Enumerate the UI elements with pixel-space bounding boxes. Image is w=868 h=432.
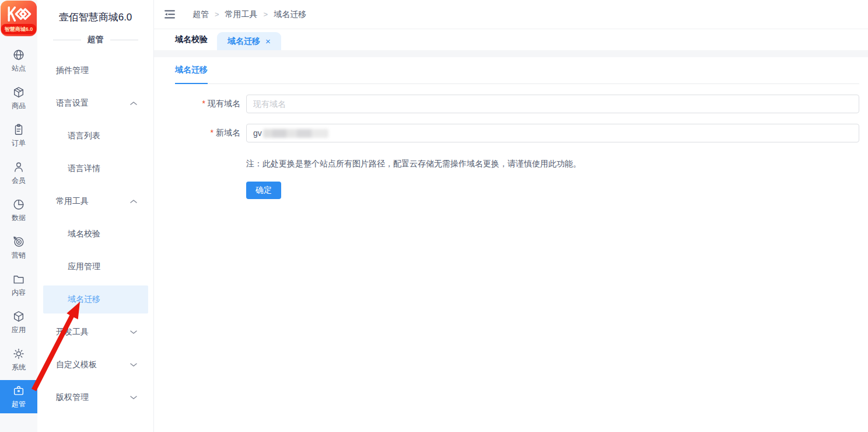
sidebar-item-common-tools[interactable]: 常用工具: [37, 185, 153, 218]
menu-fold-icon: [164, 10, 175, 19]
sidebar-item-label: 应用管理: [68, 262, 100, 272]
chevron-down-icon: [130, 396, 137, 400]
rail-item-superadmin[interactable]: 超管: [0, 380, 37, 413]
sidebar-item-label: 开发工具: [56, 327, 89, 337]
breadcrumb-separator: >: [215, 10, 219, 19]
sidebar-item-label: 版权管理: [56, 392, 89, 403]
sidebar: 壹佰智慧商城6.0 超管 插件管理 语言设置 语言列表 语言详情: [37, 0, 154, 432]
rail-item-goods[interactable]: 商品: [0, 79, 37, 117]
sidebar-item-label: 域名校验: [68, 229, 100, 239]
rail-item-apps[interactable]: 应用: [0, 304, 37, 341]
globe-icon: [12, 48, 25, 61]
tab-domain-verify[interactable]: 域名校验: [175, 29, 208, 50]
package-icon: [12, 86, 25, 99]
rail-item-label: 营销: [12, 250, 26, 260]
sidebar-item-copyright-management[interactable]: 版权管理: [37, 381, 153, 414]
sidebar-item-app-management[interactable]: 应用管理: [37, 250, 153, 283]
sidebar-menu: 插件管理 语言设置 语言列表 语言详情 常用工具 域名校验: [37, 54, 153, 414]
rail-nav: 站点 商品 订单 会员: [0, 42, 37, 413]
rail-item-marketing[interactable]: 营销: [0, 229, 37, 266]
sidebar-item-language-settings[interactable]: 语言设置: [37, 87, 153, 120]
rail-item-site[interactable]: 站点: [0, 42, 37, 79]
content-panel: 域名迁移 *现有域名 *新域名 gv 注：此处更换是整个站点所有图片路径，配置云…: [154, 57, 868, 199]
breadcrumb-separator: >: [264, 10, 268, 19]
tab-label: 域名迁移: [228, 36, 260, 47]
required-mark: *: [202, 99, 205, 108]
target-icon: [12, 235, 25, 248]
divider: [53, 40, 81, 40]
breadcrumb: 超管 > 常用工具 > 域名迁移: [192, 9, 306, 20]
rail-item-label: 系统: [12, 363, 26, 372]
main-header: 超管 > 常用工具 > 域名迁移: [154, 0, 868, 29]
redacted-value-blur: [263, 129, 328, 138]
sidebar-item-label: 语言列表: [68, 131, 100, 141]
rail-item-label: 会员: [12, 176, 26, 186]
clipboard-icon: [12, 123, 25, 136]
sidebar-item-label: 语言详情: [68, 163, 100, 174]
rail-item-content[interactable]: 内容: [0, 266, 37, 304]
rail-item-data[interactable]: 数据: [0, 191, 37, 229]
cube-icon: [12, 310, 25, 323]
app-title: 壹佰智慧商城6.0: [37, 11, 153, 24]
rail-item-label: 内容: [12, 288, 26, 298]
gear-icon: [12, 347, 25, 360]
rail-item-orders[interactable]: 订单: [0, 117, 37, 154]
sidebar-collapse-button[interactable]: [164, 10, 176, 19]
sidebar-item-label: 自定义模板: [56, 360, 97, 370]
divider-band: [154, 50, 868, 57]
close-icon[interactable]: ×: [265, 37, 271, 46]
panel-tab-domain-migration[interactable]: 域名迁移: [175, 57, 208, 83]
new-domain-value-prefix: gv: [253, 128, 262, 138]
rail-item-members[interactable]: 会员: [0, 154, 37, 191]
rail-item-label: 站点: [12, 64, 26, 74]
form-row-new-domain: *新域名 gv: [175, 124, 859, 142]
tab-domain-migration[interactable]: 域名迁移 ×: [217, 32, 281, 50]
new-domain-label: *新域名: [175, 128, 240, 138]
sidebar-item-domain-verify[interactable]: 域名校验: [37, 218, 153, 250]
rail-item-label: 应用: [12, 325, 26, 335]
sidebar-item-language-list[interactable]: 语言列表: [37, 120, 153, 152]
sidebar-item-domain-migration[interactable]: 域名迁移: [43, 285, 148, 313]
app-logo[interactable]: 智慧商城6.0: [1, 1, 37, 36]
sidebar-section-header: 超管: [37, 34, 153, 46]
sidebar-section-label: 超管: [88, 34, 104, 45]
pie-chart-icon: [12, 198, 25, 211]
rail-item-label: 订单: [12, 138, 26, 148]
sidebar-item-custom-template[interactable]: 自定义模板: [37, 349, 153, 381]
icon-rail: 智慧商城6.0 站点 商品 订单: [0, 0, 37, 432]
new-domain-input[interactable]: gv: [246, 124, 859, 142]
rail-item-label: 超管: [12, 399, 26, 409]
chevron-down-icon: [130, 330, 137, 335]
breadcrumb-item[interactable]: 域名迁移: [274, 9, 306, 20]
sidebar-item-label: 插件管理: [56, 65, 89, 76]
breadcrumb-item[interactable]: 常用工具: [225, 9, 258, 20]
logo-mark-icon: [1, 4, 37, 24]
form-note: 注：此处更换是整个站点所有图片路径，配置云存储无需操作域名更换，请谨慎使用此功能…: [246, 159, 859, 169]
sidebar-item-label: 常用工具: [56, 196, 89, 207]
sidebar-item-dev-tools[interactable]: 开发工具: [37, 316, 153, 349]
confirm-button[interactable]: 确定: [246, 182, 281, 199]
user-icon: [12, 161, 25, 173]
breadcrumb-item[interactable]: 超管: [192, 9, 209, 20]
open-tabs-bar: 域名校验 域名迁移 ×: [154, 29, 868, 50]
sidebar-item-label: 域名迁移: [68, 294, 100, 305]
active-tab-underline: [175, 83, 208, 84]
chevron-up-icon: [130, 102, 137, 106]
divider: [110, 40, 138, 40]
rail-item-label: 商品: [12, 101, 26, 111]
main-area: 超管 > 常用工具 > 域名迁移 域名校验 域名迁移 × 域名迁移 *现有域名: [154, 0, 868, 432]
existing-domain-label: *现有域名: [175, 99, 240, 109]
sidebar-item-label: 语言设置: [56, 98, 89, 109]
briefcase-icon: [12, 384, 25, 397]
required-mark: *: [211, 128, 214, 137]
sidebar-item-language-detail[interactable]: 语言详情: [37, 152, 153, 185]
app-window: 智慧商城6.0 站点 商品 订单: [0, 0, 868, 432]
rail-item-label: 数据: [12, 213, 26, 223]
folder-icon: [12, 273, 25, 285]
sidebar-item-plugin-management[interactable]: 插件管理: [37, 54, 153, 87]
form-row-existing-domain: *现有域名: [175, 95, 859, 113]
existing-domain-input[interactable]: [246, 95, 859, 113]
logo-badge: 智慧商城6.0: [1, 24, 36, 34]
rail-item-system[interactable]: 系统: [0, 341, 37, 378]
chevron-down-icon: [130, 363, 137, 367]
